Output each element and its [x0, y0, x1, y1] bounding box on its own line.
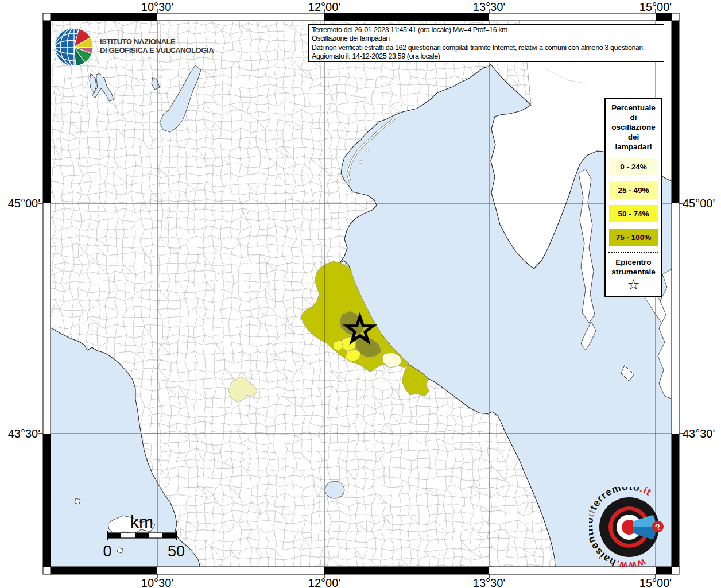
haisentito-logo: www.haisentitoilterremoto.it ?	[589, 487, 669, 567]
islet	[117, 548, 123, 553]
legend-label: 50 - 74%	[618, 210, 649, 218]
map-page: km 0 50	[0, 0, 721, 588]
scale-start: 0	[103, 543, 111, 560]
legend-title-line: lampadari	[608, 142, 659, 152]
ingv-globe-icon	[53, 24, 95, 68]
event-title: Terremoto del 26-01-2023 11:45:41 (ora l…	[312, 26, 661, 34]
ingv-wordmark: ISTITUTO NAZIONALE DI GEOFISICA E VULCAN…	[100, 37, 214, 55]
event-data-note: Dati non verificati estratti da 162 ques…	[312, 44, 661, 52]
axis-bottom-2: 12°00'	[308, 577, 340, 588]
axis-left-1: 45°00'	[8, 197, 40, 210]
axis-right-2: 43°30'	[683, 427, 715, 440]
legend-swatch-50-74: 50 - 74%	[609, 205, 658, 222]
legend-swatch-0-24: 0 - 24%	[609, 158, 658, 175]
scale-unit: km	[130, 512, 153, 531]
axis-left-2: 43°30'	[8, 427, 40, 440]
axis-bottom-3: 13°30'	[473, 577, 505, 588]
legend-swatch-25-49: 25 - 49%	[609, 181, 658, 199]
epicenter-label-line: Epicentro	[608, 257, 659, 267]
epicenter-label-line: strumentale	[608, 267, 659, 277]
axis-top-2: 12°00'	[308, 1, 340, 13]
ingv-line1: ISTITUTO NAZIONALE	[100, 37, 214, 46]
ingv-logo: ISTITUTO NAZIONALE DI GEOFISICA E VULCAN…	[53, 24, 214, 68]
legend-label: 0 - 24%	[620, 163, 647, 171]
legend: Percentuale di oscillazione dei lampadar…	[604, 98, 662, 297]
legend-title-line: Percentuale	[608, 103, 659, 113]
axis-top-3: 13°30'	[473, 1, 505, 13]
legend-divider	[608, 252, 658, 253]
axis-right-1: 45°00'	[683, 197, 715, 210]
axis-bottom-4: 15°00'	[639, 577, 672, 588]
epicenter-star-icon: ☆	[608, 277, 659, 293]
legend-title-line: dei	[608, 132, 659, 142]
legend-label: 25 - 49%	[618, 186, 649, 195]
scale-end: 50	[168, 543, 185, 560]
legend-title-line: oscillazione	[608, 122, 659, 132]
ingv-line2: DI GEOFISICA E VULCANOLOGIA	[100, 46, 214, 55]
lake-trasimeno	[325, 481, 344, 498]
event-updated: Aggiornato il: 14-12-2025 23:59 (ora loc…	[312, 52, 661, 61]
legend-label: 75 - 100%	[616, 233, 652, 242]
event-info-box: Terremoto del 26-01-2023 11:45:41 (ora l…	[308, 24, 664, 62]
axis-bottom-1: 10°30'	[141, 577, 173, 588]
axis-top-1: 10°30'	[141, 1, 173, 13]
axis-top-4: 15°00'	[639, 1, 672, 13]
legend-swatch-75-100: 75 - 100%	[609, 229, 658, 246]
legend-title-line: di	[608, 113, 659, 122]
islet	[75, 498, 80, 504]
event-effect: Oscillazione dei lampadari	[312, 34, 661, 43]
